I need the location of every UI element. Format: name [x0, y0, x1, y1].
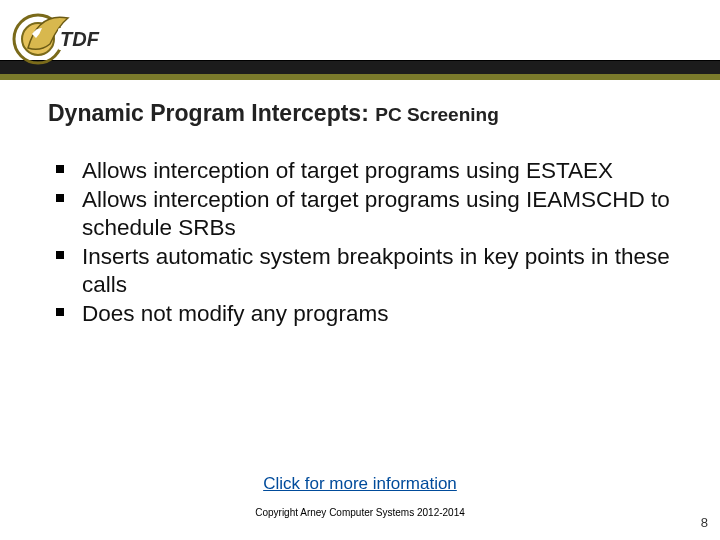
page-number: 8 — [701, 515, 708, 530]
list-item: Allows interception of target programs u… — [54, 186, 672, 241]
header-olive-bar — [0, 74, 720, 80]
link-row: Click for more information — [0, 474, 720, 494]
list-item: Allows interception of target programs u… — [54, 157, 672, 184]
slide-content: Dynamic Program Intercepts: PC Screening… — [0, 100, 720, 500]
list-item: Does not modify any programs — [54, 300, 672, 327]
more-info-link[interactable]: Click for more information — [263, 474, 457, 493]
list-item: Inserts automatic system breakpoints in … — [54, 243, 672, 298]
logo-text: TDF — [60, 28, 100, 50]
tdf-logo: TDF — [10, 4, 120, 74]
bullet-list: Allows interception of target programs u… — [48, 157, 672, 328]
slide-header: TDF — [0, 0, 720, 82]
title-sub: PC Screening — [375, 104, 499, 125]
title-main: Dynamic Program Intercepts: — [48, 100, 369, 126]
copyright-text: Copyright Arney Computer Systems 2012-20… — [0, 507, 720, 518]
slide-title: Dynamic Program Intercepts: PC Screening — [48, 100, 672, 127]
